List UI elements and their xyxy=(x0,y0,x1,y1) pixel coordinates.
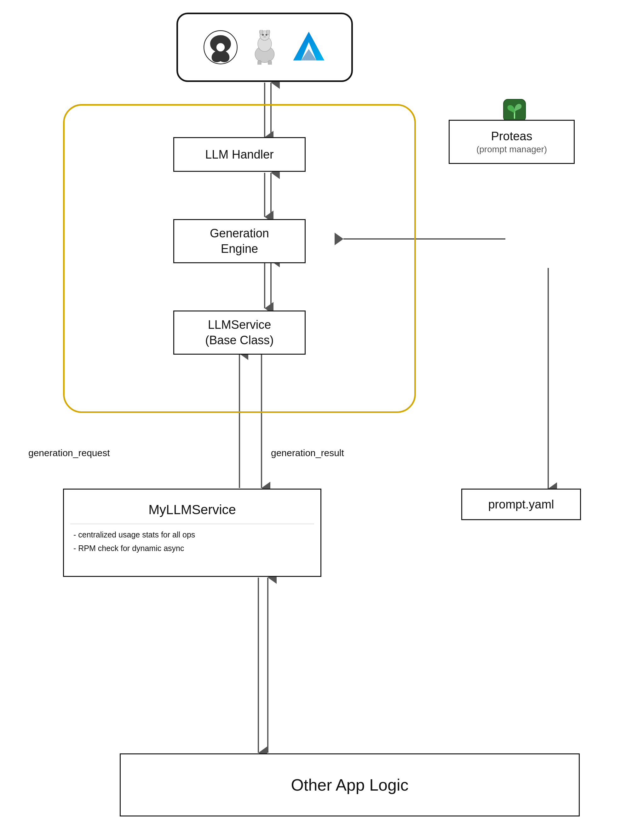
proteas-box: Proteas (prompt manager) xyxy=(449,120,575,164)
azure-icon xyxy=(292,30,326,65)
svg-point-24 xyxy=(266,34,267,36)
svg-point-22 xyxy=(267,30,270,35)
svg-point-25 xyxy=(263,36,266,38)
svg-point-17 xyxy=(217,43,225,51)
generation-request-label: generation_request xyxy=(28,447,110,458)
generation-result-label: generation_result xyxy=(271,447,344,458)
my-llm-service-title: MyLLMService xyxy=(64,490,320,524)
providers-box xyxy=(176,13,353,82)
llm-base-class-box: LLMService (Base Class) xyxy=(173,310,306,354)
svg-point-23 xyxy=(262,34,264,36)
llm-service-container: LLM Handler Generation Engine LLMService… xyxy=(63,104,416,413)
my-llm-service-box: MyLLMService - centralized usage stats f… xyxy=(63,488,321,577)
svg-rect-27 xyxy=(268,60,272,65)
svg-rect-26 xyxy=(258,60,261,65)
my-llm-notes: - centralized usage stats for all ops - … xyxy=(64,528,320,555)
openai-icon xyxy=(203,30,238,65)
other-app-logic-box: Other App Logic xyxy=(120,753,580,816)
ollama-icon xyxy=(251,30,279,65)
svg-point-21 xyxy=(259,30,263,35)
llm-handler-box: LLM Handler xyxy=(173,137,306,172)
prompt-yaml-box: prompt.yaml xyxy=(461,488,581,520)
diagram-container: LLM Handler Generation Engine LLMService… xyxy=(0,0,644,836)
llm-service-label-icon xyxy=(502,98,527,123)
generation-engine-box: Generation Engine xyxy=(173,219,306,263)
